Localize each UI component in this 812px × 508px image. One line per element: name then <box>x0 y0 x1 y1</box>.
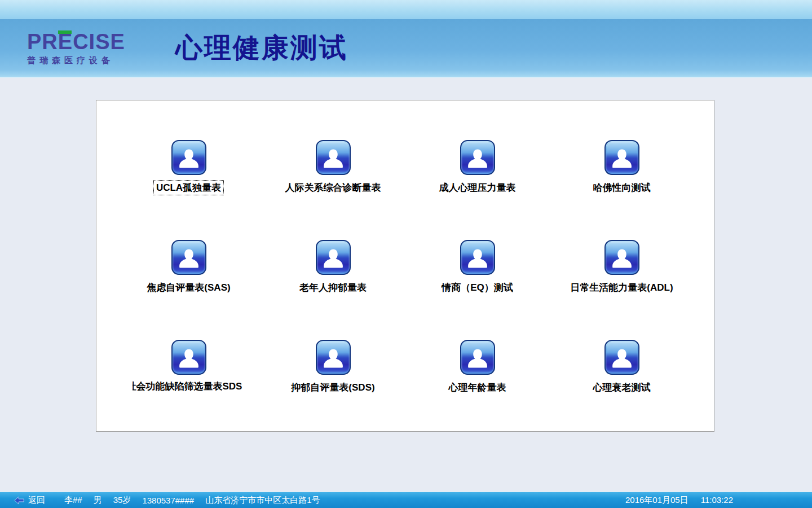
person-tile-icon[interactable] <box>460 340 495 375</box>
person-tile-icon[interactable] <box>316 240 351 275</box>
header: PRECISE 普瑞森医疗设备 心理健康测试 <box>0 19 812 78</box>
person-icon <box>465 244 491 273</box>
label-wrap: 成人心理压力量表 <box>439 180 516 195</box>
person-icon <box>465 144 491 173</box>
test-label: 心理衰老测试 <box>593 381 651 394</box>
tests-grid: UCLA孤独量表 人际关系综合诊断量表 成人心理压力量表 <box>96 100 714 440</box>
patient-address: 山东省济宁市市中区太白路1号 <box>205 495 320 506</box>
person-tile-icon[interactable] <box>316 340 351 375</box>
label-wrap: 老年人抑郁量表 <box>299 280 367 295</box>
test-item-adult-stress[interactable]: 成人心理压力量表 <box>405 140 550 195</box>
person-tile-icon[interactable] <box>171 140 206 175</box>
label-wrap: 焦虑自评量表(SAS) <box>147 280 230 295</box>
status-bar: 返回 李## 男 35岁 1380537#### 山东省济宁市市中区太白路1号 … <box>0 492 812 508</box>
person-icon <box>320 244 346 273</box>
label-wrap: 人际关系综合诊断量表 <box>285 180 381 195</box>
person-tile-icon[interactable] <box>171 240 206 275</box>
person-icon <box>176 244 202 273</box>
brand-logo: PRECISE 普瑞森医疗设备 <box>27 30 140 66</box>
test-item-geriatric-depression[interactable]: 老年人抑郁量表 <box>261 240 405 295</box>
person-tile-icon[interactable] <box>171 340 206 375</box>
patient-info: 李## 男 35岁 1380537#### 山东省济宁市市中区太白路1号 <box>64 495 320 506</box>
person-icon <box>320 344 346 373</box>
test-label: UCLA孤独量表 <box>153 180 224 195</box>
test-label: 成人心理压力量表 <box>439 181 516 194</box>
person-icon <box>465 344 491 373</box>
test-label: 抑郁自评量表(SDS) <box>291 381 374 394</box>
back-button[interactable]: 返回 <box>14 495 45 506</box>
test-item-adl[interactable]: 日常生活能力量表(ADL) <box>550 240 694 295</box>
person-tile-icon[interactable] <box>460 240 495 275</box>
label-wrap: 心理衰老测试 <box>593 380 651 395</box>
test-label: 心理年龄量表 <box>449 381 506 394</box>
person-icon <box>609 244 635 273</box>
brand-accent-bar <box>58 30 72 34</box>
status-time: 11:03:22 <box>701 495 733 506</box>
test-item-mental-aging[interactable]: 心理衰老测试 <box>550 340 694 395</box>
person-icon <box>609 144 635 173</box>
test-item-social-disability-sds[interactable]: 社会功能缺陷筛选量表SDS <box>117 340 261 395</box>
test-label: 社会功能缺陷筛选量表SDS <box>133 380 242 393</box>
datetime: 2016年01月05日 11:03:22 <box>625 495 733 506</box>
page-title: 心理健康测试 <box>175 30 348 66</box>
test-label: 焦虑自评量表(SAS) <box>147 281 230 294</box>
label-wrap: UCLA孤独量表 <box>153 180 224 195</box>
label-wrap: 日常生活能力量表(ADL) <box>570 280 673 295</box>
person-tile-icon[interactable] <box>604 240 639 275</box>
test-label: 人际关系综合诊断量表 <box>285 181 381 194</box>
person-icon <box>176 144 202 173</box>
person-icon <box>176 344 202 373</box>
label-wrap: 心理年龄量表 <box>449 380 506 395</box>
test-item-sas-anxiety[interactable]: 焦虑自评量表(SAS) <box>117 240 261 295</box>
test-item-sds-depression[interactable]: 抑郁自评量表(SDS) <box>261 340 405 395</box>
label-wrap: 哈佛性向测试 <box>593 180 651 195</box>
person-icon <box>320 144 346 173</box>
test-label: 日常生活能力量表(ADL) <box>570 281 673 294</box>
person-tile-icon[interactable] <box>460 140 495 175</box>
tests-panel: UCLA孤独量表 人际关系综合诊断量表 成人心理压力量表 <box>96 100 714 432</box>
brand-name: PRECISE <box>27 30 140 53</box>
grid-row-2: 焦虑自评量表(SAS) 老年人抑郁量表 情商（EQ）测试 <box>117 240 694 295</box>
test-item-harvard-aptitude[interactable]: 哈佛性向测试 <box>550 140 694 195</box>
label-wrap: 社会功能缺陷筛选量表SDS <box>133 380 245 395</box>
test-item-interpersonal[interactable]: 人际关系综合诊断量表 <box>261 140 405 195</box>
test-label: 哈佛性向测试 <box>593 181 651 194</box>
patient-gender: 男 <box>94 495 102 506</box>
grid-row-1: UCLA孤独量表 人际关系综合诊断量表 成人心理压力量表 <box>117 140 694 195</box>
back-button-label: 返回 <box>28 495 45 506</box>
person-tile-icon[interactable] <box>604 340 639 375</box>
label-wrap: 情商（EQ）测试 <box>442 280 513 295</box>
test-item-eq[interactable]: 情商（EQ）测试 <box>405 240 550 295</box>
patient-phone: 1380537#### <box>142 496 194 505</box>
brand-subtitle: 普瑞森医疗设备 <box>27 55 140 66</box>
person-tile-icon[interactable] <box>604 140 639 175</box>
back-arrow-icon <box>14 496 24 505</box>
patient-name: 李## <box>64 495 82 506</box>
grid-row-3: 社会功能缺陷筛选量表SDS 抑郁自评量表(SDS) 心理年龄量表 <box>117 340 694 395</box>
label-wrap: 抑郁自评量表(SDS) <box>291 380 374 395</box>
test-label: 情商（EQ）测试 <box>442 281 513 294</box>
person-icon <box>609 344 635 373</box>
person-tile-icon[interactable] <box>316 140 351 175</box>
test-item-mental-age[interactable]: 心理年龄量表 <box>405 340 550 395</box>
header-top-strip <box>0 0 812 19</box>
test-label: 老年人抑郁量表 <box>299 281 367 294</box>
test-item-ucla-loneliness[interactable]: UCLA孤独量表 <box>117 140 261 195</box>
status-date: 2016年01月05日 <box>625 495 689 506</box>
patient-age: 35岁 <box>113 495 131 506</box>
